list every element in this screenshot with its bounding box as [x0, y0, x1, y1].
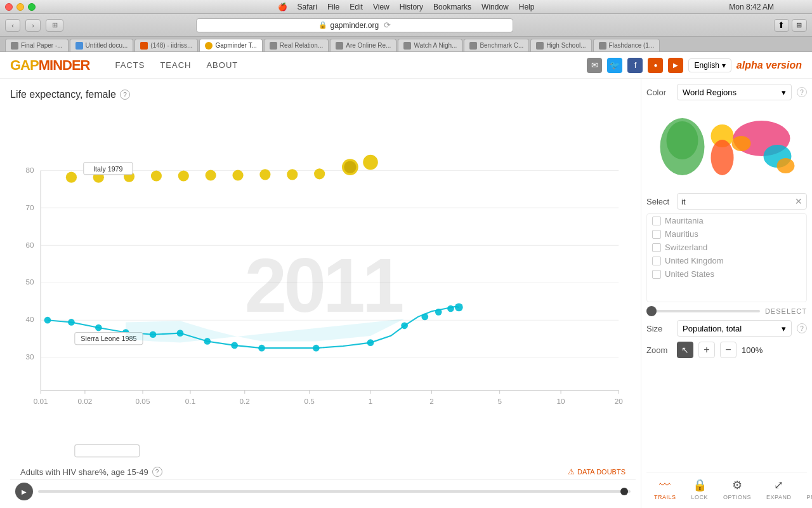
- x-title-help-icon[interactable]: ?: [152, 467, 162, 477]
- country-item-united-states[interactable]: United States: [647, 267, 806, 281]
- chart-area: Life expectancy, female ? 2011 80 70 60 …: [0, 79, 641, 508]
- social-icon-1[interactable]: ●: [648, 58, 663, 73]
- social-icon-2[interactable]: ▶: [668, 58, 683, 73]
- country-name-switzerland: Switzerland: [665, 243, 707, 252]
- clear-input-icon[interactable]: ✕: [795, 196, 802, 206]
- tab-9[interactable]: Flashdance (1...: [593, 39, 660, 51]
- tab-0[interactable]: Final Paper -...: [5, 39, 69, 51]
- svg-point-34: [66, 172, 77, 183]
- present-button[interactable]: ▦ PRESENT: [799, 475, 812, 503]
- share-button[interactable]: ⬆: [774, 19, 789, 32]
- timeline-thumb[interactable]: [620, 488, 628, 495]
- options-button[interactable]: ⚙ OPTIONS: [716, 475, 759, 503]
- zoom-in-button[interactable]: +: [698, 342, 715, 358]
- svg-text:60: 60: [25, 241, 34, 249]
- nav-about[interactable]: ABOUT: [206, 60, 238, 70]
- twitter-icon[interactable]: 🐦: [607, 58, 622, 73]
- nav-facts[interactable]: FACTS: [115, 60, 145, 70]
- size-dropdown[interactable]: Population, total ▾: [677, 320, 792, 337]
- forward-button[interactable]: ›: [25, 19, 41, 32]
- svg-point-37: [151, 170, 162, 181]
- color-dropdown[interactable]: World Regions ▾: [677, 84, 792, 100]
- svg-point-49: [44, 317, 51, 324]
- tab-2[interactable]: (148) - iidriss...: [134, 39, 198, 51]
- svg-text:0.02: 0.02: [77, 397, 92, 405]
- deselect-button[interactable]: DESELECT: [765, 307, 807, 315]
- language-selector[interactable]: English ▾: [688, 58, 731, 72]
- safari-menu-item[interactable]: Safari: [298, 3, 317, 11]
- size-help-icon[interactable]: ?: [797, 323, 807, 333]
- back-button[interactable]: ‹: [5, 19, 20, 32]
- reload-icon[interactable]: ⟳: [384, 20, 391, 30]
- tab-4[interactable]: Real Relation...: [264, 39, 329, 51]
- tab-8[interactable]: High School...: [530, 39, 591, 51]
- tab-7[interactable]: Benchmark C...: [464, 39, 529, 51]
- zoom-label: Zoom: [646, 345, 672, 355]
- file-menu-item[interactable]: File: [327, 3, 339, 11]
- tab-6[interactable]: Watch A Nigh...: [398, 39, 462, 51]
- select-input[interactable]: [681, 197, 795, 206]
- sidebar-button[interactable]: ⊞: [792, 19, 807, 32]
- country-item-mauritius[interactable]: Mauritius: [647, 227, 806, 241]
- reader-button[interactable]: ⊞: [46, 19, 63, 32]
- svg-text:40: 40: [25, 315, 34, 323]
- country-checkbox-united-kingdom[interactable]: [652, 257, 661, 265]
- country-item-switzerland[interactable]: Switzerland: [647, 241, 806, 254]
- help-menu-item[interactable]: Help: [519, 3, 535, 11]
- tab-gapminder[interactable]: Gapminder T...: [199, 39, 262, 51]
- color-row: Color World Regions ▾ ?: [646, 84, 807, 100]
- window-menu-item[interactable]: Window: [481, 3, 509, 11]
- expand-button[interactable]: ⤢ EXPAND: [759, 475, 799, 503]
- bottom-toolbar: 〰 TRAILS 🔒 LOCK ⚙ OPTIONS ⤢ EXPAND ▦: [646, 472, 807, 503]
- play-button[interactable]: ▶: [15, 483, 33, 500]
- country-checkbox-united-states[interactable]: [652, 270, 661, 279]
- facebook-icon[interactable]: f: [627, 58, 643, 73]
- bookmarks-menu-item[interactable]: Bookmarks: [433, 3, 471, 11]
- zoom-out-button[interactable]: −: [720, 342, 737, 358]
- zoom-cursor-button[interactable]: ↖: [677, 342, 693, 358]
- svg-point-41: [259, 169, 270, 180]
- trails-button[interactable]: 〰 TRAILS: [646, 475, 684, 503]
- view-menu-item[interactable]: View: [373, 3, 390, 11]
- nav-teach[interactable]: TEACH: [160, 60, 191, 70]
- url-bar[interactable]: 🔒 gapminder.org ⟳: [196, 18, 513, 32]
- deselect-slider-thumb[interactable]: [646, 306, 657, 316]
- color-help-icon[interactable]: ?: [797, 87, 807, 97]
- alpha-badge: alpha version: [737, 60, 802, 71]
- svg-point-76: [732, 136, 751, 151]
- apple-menu-item[interactable]: 🍎: [278, 3, 287, 11]
- lock-label: LOCK: [691, 494, 709, 500]
- timeline-slider[interactable]: [38, 490, 631, 493]
- minimize-button[interactable]: [16, 3, 24, 11]
- close-button[interactable]: [5, 3, 13, 11]
- svg-text:0.1: 0.1: [185, 397, 195, 405]
- email-icon[interactable]: ✉: [587, 58, 602, 73]
- chart-svg-container[interactable]: 2011 80 70 60 50 40 30: [10, 105, 636, 464]
- menu-bar: 🍎 Safari File Edit View History Bookmark…: [278, 3, 535, 11]
- country-checkbox-switzerland[interactable]: [652, 243, 661, 252]
- edit-menu-item[interactable]: Edit: [350, 3, 363, 11]
- main-layout: Life expectancy, female ? 2011 80 70 60 …: [0, 79, 812, 508]
- country-checkbox-mauritius[interactable]: [652, 230, 661, 239]
- color-value: World Regions: [683, 88, 737, 97]
- timeline-row: ▶: [10, 479, 636, 503]
- country-item-mauritania[interactable]: Mauritania: [647, 214, 806, 227]
- country-checkbox-mauritania[interactable]: [652, 217, 661, 225]
- lock-button[interactable]: 🔒 LOCK: [684, 475, 716, 503]
- select-row: Select ✕: [646, 193, 807, 210]
- svg-point-58: [313, 345, 320, 352]
- svg-text:80: 80: [25, 166, 34, 174]
- tab-5[interactable]: Are Online Re...: [330, 39, 396, 51]
- svg-point-56: [231, 342, 238, 349]
- history-menu-item[interactable]: History: [400, 3, 423, 11]
- y-title-help-icon[interactable]: ?: [120, 90, 130, 100]
- select-label: Select: [646, 197, 672, 206]
- country-item-united-kingdom[interactable]: United Kingdom: [647, 254, 806, 267]
- maximize-button[interactable]: [28, 3, 36, 11]
- svg-text:20: 20: [615, 397, 624, 405]
- tab-1[interactable]: Untitled docu...: [70, 39, 134, 51]
- svg-text:10: 10: [557, 397, 566, 405]
- deselect-slider[interactable]: [646, 310, 760, 312]
- data-doubts-button[interactable]: ⚠ DATA DOUBTS: [568, 467, 625, 476]
- chart-y-title: Life expectancy, female: [10, 89, 116, 100]
